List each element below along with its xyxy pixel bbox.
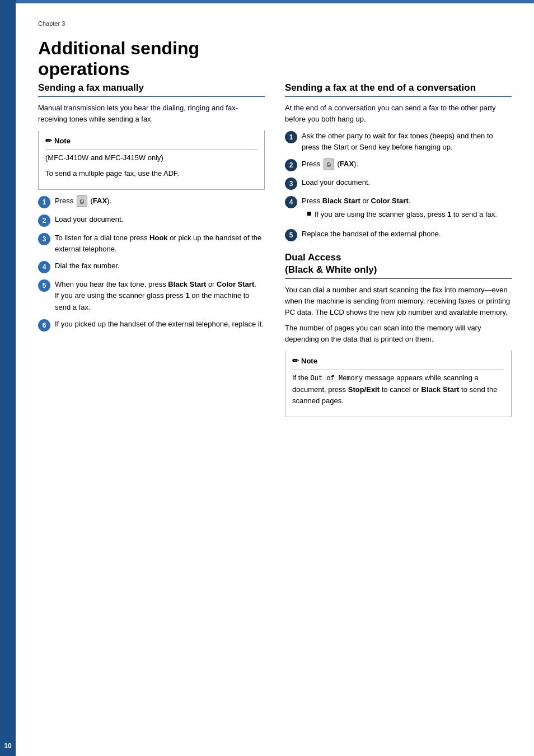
right-section1-title-text: Sending a fax at the end of a conversati… — [285, 82, 476, 93]
sub-bullet-text-1: If you are using the scanner glass, pres… — [315, 209, 497, 220]
left-accent-bar — [0, 0, 16, 756]
note-line-2: To send a multiple page fax, use the ADF… — [45, 168, 257, 179]
left-section-title: Sending a fax manually — [38, 82, 265, 97]
left-steps: 1 Press ⎙ (FAX). 2 Load your document. 3… — [38, 195, 265, 332]
bullet-square-1 — [307, 212, 311, 216]
right-section1-intro: At the end of a conversation you can sen… — [285, 102, 512, 125]
right-step-num-5: 5 — [285, 229, 297, 241]
right-step-num-4: 4 — [285, 196, 297, 208]
step-num-6: 6 — [38, 319, 50, 332]
left-step-1: 1 Press ⎙ (FAX). — [38, 195, 265, 208]
left-column: Sending a fax manually Manual transmissi… — [38, 82, 265, 423]
step-num-1: 1 — [38, 196, 50, 208]
right-section2-title: Dual Access(Black & White only) — [285, 251, 512, 279]
step-num-4: 4 — [38, 261, 50, 273]
chapter-label: Chapter 3 — [38, 20, 512, 27]
note2-code: Out of Memory — [311, 375, 363, 382]
step-num-2: 2 — [38, 214, 50, 227]
left-step-5: 5 When you hear the fax tone, press Blac… — [38, 279, 265, 312]
right-step-text-5: Replace the handset of the external phon… — [302, 228, 512, 240]
step-text-6: If you picked up the handset of the exte… — [55, 319, 265, 330]
right-step-text-1: Ask the other party to wait for fax tone… — [302, 130, 512, 153]
left-step-3: 3 To listen for a dial tone press Hook o… — [38, 232, 265, 255]
left-step-4: 4 Dial the fax number. — [38, 260, 265, 273]
right-steps-1: 1 Ask the other party to wait for fax to… — [285, 130, 512, 241]
main-title: Additional sending operations — [38, 38, 512, 80]
left-step-6: 6 If you picked up the handset of the ex… — [38, 319, 265, 332]
right-section2-para2: The number of pages you can scan into th… — [285, 323, 512, 345]
right-column: Sending a fax at the end of a conversati… — [285, 82, 512, 423]
right-step-1: 1 Ask the other party to wait for fax to… — [285, 130, 512, 153]
right-step-num-2: 2 — [285, 159, 297, 171]
note-line-1: (MFC-J410W and MFC-J415W only) — [45, 152, 257, 164]
step-num-5: 5 — [38, 279, 50, 292]
right-section1-title: Sending a fax at the end of a conversati… — [285, 82, 512, 97]
step-num-3: 3 — [38, 233, 50, 245]
note-label-2: Note — [301, 356, 317, 367]
note-icon-1: ✏ — [45, 135, 52, 147]
right-step-num-3: 3 — [285, 178, 297, 190]
note-header-2: ✏ Note — [292, 355, 504, 370]
fax-btn-1: ⎙ — [77, 195, 87, 207]
note-box-2: ✏ Note If the Out of Memory message appe… — [285, 351, 512, 417]
fax-btn-2: ⎙ — [324, 158, 334, 170]
step-text-1: Press ⎙ (FAX). — [55, 195, 265, 207]
right-step-text-4: Press Black Start or Color Start. If you… — [302, 195, 512, 222]
right-step-text-3: Load your document. — [302, 177, 512, 188]
right-section2-para1: You can dial a number and start scanning… — [285, 284, 512, 318]
left-intro: Manual transmission lets you hear the di… — [38, 102, 265, 125]
page-number: 10 — [4, 742, 11, 750]
step-text-2: Load your document. — [55, 214, 265, 225]
note-label-1: Note — [54, 136, 71, 147]
sub-bullet-1: If you are using the scanner glass, pres… — [307, 209, 512, 220]
page-number-bar: 10 — [0, 736, 16, 756]
right-step-num-1: 1 — [285, 131, 297, 143]
note-icon-2: ✏ — [292, 355, 299, 367]
right-step-4: 4 Press Black Start or Color Start. If y… — [285, 195, 512, 222]
main-title-line2: operations — [38, 59, 130, 79]
note-header-1: ✏ Note — [45, 135, 257, 150]
note2-text: If the Out of Memory message appears whi… — [292, 372, 504, 407]
main-title-line1: Additional sending — [38, 38, 199, 58]
step-text-3: To listen for a dial tone press Hook or … — [55, 232, 265, 255]
step-text-4: Dial the fax number. — [55, 260, 265, 272]
right-step-text-2: Press ⎙ (FAX). — [302, 158, 512, 170]
left-step-2: 2 Load your document. — [38, 214, 265, 227]
note-box-1: ✏ Note (MFC-J410W and MFC-J415W only) To… — [38, 130, 265, 190]
right-step-3: 3 Load your document. — [285, 177, 512, 190]
right-step-5: 5 Replace the handset of the external ph… — [285, 228, 512, 241]
right-step-2: 2 Press ⎙ (FAX). — [285, 158, 512, 171]
right-section2-title-text: Dual Access(Black & White only) — [285, 252, 377, 275]
two-column-layout: Sending a fax manually Manual transmissi… — [38, 82, 512, 423]
page-content: Chapter 3 Additional sending operations … — [16, 3, 534, 756]
step-text-5: When you hear the fax tone, press Black … — [55, 279, 265, 312]
